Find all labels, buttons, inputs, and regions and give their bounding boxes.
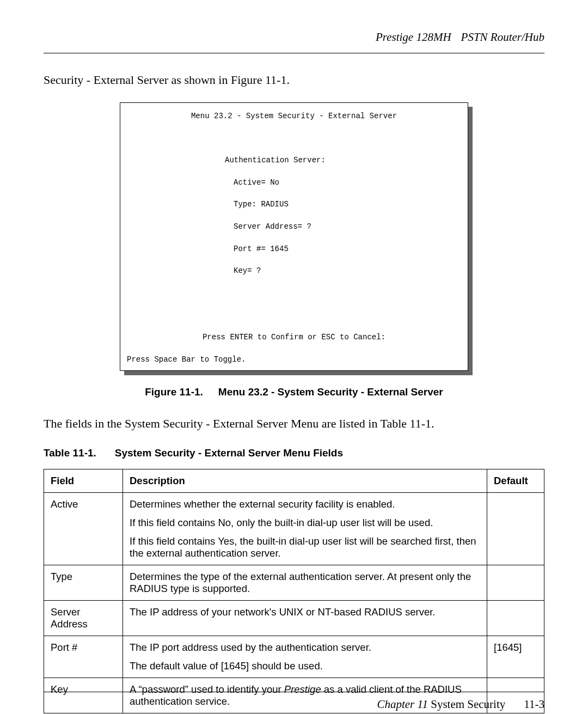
desc-line: The IP address of your network's UNIX or… [130, 606, 480, 618]
cell-default [487, 565, 544, 600]
cell-field: Port # [44, 636, 123, 678]
footer-rule [44, 692, 544, 692]
table-intro-paragraph: The fields in the System Security - Exte… [44, 417, 544, 431]
header-product: Prestige 128MH [376, 30, 451, 44]
page-footer: Chapter 11 System Security 11-3 [44, 692, 544, 711]
footer-row: Chapter 11 System Security 11-3 [44, 698, 544, 711]
cell-default [487, 492, 544, 565]
th-default: Default [487, 469, 544, 492]
terminal-port: Port #= 1645 [127, 243, 461, 254]
desc-line: The default value of [1645] should be us… [130, 660, 480, 672]
cell-default [487, 600, 544, 636]
terminal-box: Menu 23.2 - System Security - External S… [120, 102, 468, 371]
cell-field: Type [44, 565, 123, 600]
figure-number: Figure 11-1. [145, 386, 203, 398]
terminal-figure: Menu 23.2 - System Security - External S… [120, 102, 468, 371]
terminal-active: Active= No [127, 177, 461, 188]
desc-line: If this field contains No, only the buil… [130, 517, 480, 529]
footer-chapter: Chapter 11 [377, 698, 428, 711]
cell-description: Determines the type of the external auth… [123, 565, 487, 600]
terminal-type: Type: RADIUS [127, 199, 461, 210]
footer-chapter-block: Chapter 11 System Security [377, 698, 505, 711]
cell-description: The IP port address used by the authenti… [123, 636, 487, 678]
table-row: Server Address The IP address of your ne… [44, 600, 544, 636]
terminal-server-address: Server Address= ? [127, 221, 461, 232]
table-title: System Security - External Server Menu F… [115, 447, 343, 459]
fields-table: Field Description Default Active Determi… [44, 469, 544, 713]
desc-line: The IP port address used by the authenti… [130, 642, 480, 654]
terminal-confirm: Press ENTER to Confirm or ESC to Cancel: [127, 332, 461, 343]
cell-field: Server Address [44, 600, 123, 636]
terminal-title: Menu 23.2 - System Security - External S… [127, 111, 461, 121]
table-number: Table 11-1. [44, 447, 96, 459]
header-rule [44, 53, 544, 53]
table-caption: Table 11-1.System Security - External Se… [44, 447, 544, 459]
table-row: Active Determines whether the external s… [44, 492, 544, 565]
table-header-row: Field Description Default [44, 469, 544, 492]
desc-line: If this field contains Yes, the built-in… [130, 535, 480, 559]
desc-line: Determines the type of the external auth… [130, 571, 480, 595]
terminal-blank2 [127, 288, 461, 298]
table-row: Type Determines the type of the external… [44, 565, 544, 600]
terminal-key: Key= ? [127, 265, 461, 276]
footer-title: System Security [431, 698, 505, 711]
footer-page-number: 11-3 [524, 698, 544, 711]
intro-paragraph: Security - External Server as shown in F… [44, 73, 544, 87]
desc-line: Determines whether the external security… [130, 498, 480, 510]
figure-caption: Figure 11-1.Menu 23.2 - System Security … [44, 386, 544, 398]
terminal-blank3 [127, 309, 461, 320]
cell-field: Active [44, 492, 123, 565]
terminal-blank [127, 133, 461, 144]
page: Prestige 128MHPSTN Router/Hub Security -… [0, 0, 588, 714]
header-subtitle: PSTN Router/Hub [461, 30, 544, 44]
table-row: Port # The IP port address used by the a… [44, 636, 544, 678]
th-description: Description [123, 469, 487, 492]
cell-default: [1645] [487, 636, 544, 678]
terminal-section: Authentication Server: [127, 155, 461, 166]
figure-title: Menu 23.2 - System Security - External S… [218, 386, 443, 398]
th-field: Field [44, 469, 123, 492]
cell-description: Determines whether the external security… [123, 492, 487, 565]
terminal-toggle: Press Space Bar to Toggle. [127, 354, 461, 365]
cell-description: The IP address of your network's UNIX or… [123, 600, 487, 636]
running-header: Prestige 128MHPSTN Router/Hub [44, 30, 544, 47]
